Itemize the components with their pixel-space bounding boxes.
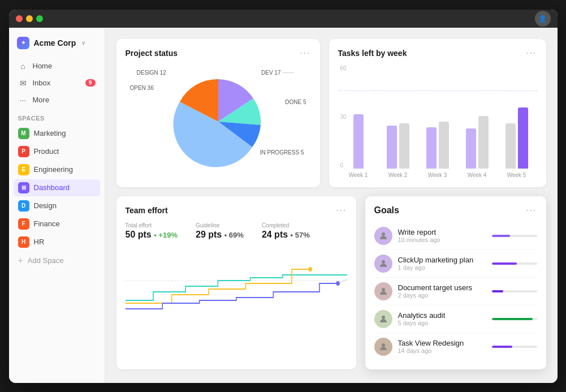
goal-item-analytics[interactable]: Analytics audit 5 days ago: [374, 305, 537, 333]
top-row: Project status ···: [116, 39, 546, 187]
sidebar: ✦ Acme Corp ∨ ⌂ Home ✉ Inbox 9 ··· More: [9, 28, 105, 383]
tasks-left-menu[interactable]: ···: [526, 48, 537, 58]
engineering-dot: E: [18, 164, 29, 175]
project-status-menu[interactable]: ···: [300, 48, 310, 58]
app-window: 👤 ✦ Acme Corp ∨ ⌂ Home ✉ Inbox 9: [9, 10, 558, 383]
goal-progress-document: [492, 290, 537, 292]
sidebar-item-home[interactable]: ⌂ Home: [14, 58, 100, 74]
pie-chart: [162, 65, 275, 178]
pie-chart-container: DEV 17 DONE 5 IN PROGRESS 5 OPEN 36 DESI…: [126, 65, 311, 178]
sidebar-item-product[interactable]: P Product: [14, 143, 100, 160]
svg-point-7: [382, 316, 385, 319]
goal-time-analytics: 5 days ago: [398, 320, 486, 326]
goal-name-document: Document target users: [398, 283, 486, 292]
total-effort-label: Total effort: [126, 222, 178, 229]
goal-time-taskview: 14 days ago: [398, 347, 486, 354]
goal-item-document-users[interactable]: Document target users 2 days ago: [374, 278, 537, 305]
total-effort-change: • +19%: [154, 231, 178, 239]
guideline-label: Guideline: [196, 222, 244, 229]
pie-label-design: DESIGN 12: [137, 70, 166, 76]
goal-progress-fill-write-report: [492, 235, 510, 237]
tasks-left-title: Tasks left by week: [338, 49, 407, 58]
hr-dot: H: [18, 236, 29, 248]
goal-item-clickup-marketing[interactable]: ClickUp marketing plan 1 day ago: [374, 250, 537, 278]
goal-avatar-write-report: [374, 227, 392, 245]
marketing-dot: M: [18, 128, 29, 139]
maximize-button[interactable]: [36, 15, 43, 22]
stat-total-effort: Total effort 50 pts • +19%: [126, 222, 178, 240]
bar-week2-b: [399, 123, 409, 169]
sidebar-item-hr[interactable]: H HR: [14, 234, 100, 251]
more-icon: ···: [18, 96, 28, 105]
goal-time-write-report: 10 minutes ago: [398, 236, 486, 243]
goal-info-write-report: Write report 10 minutes ago: [398, 228, 486, 243]
brand-chevron-icon: ∨: [81, 40, 85, 46]
bar-chart-inner: 60 30 0: [338, 65, 537, 169]
sidebar-item-finance[interactable]: F Finance: [14, 216, 100, 232]
goals-title: Goals: [374, 205, 399, 216]
goal-item-task-view[interactable]: Task View Redesign 14 days ago: [374, 333, 537, 360]
pie-label-dev: DEV 17: [261, 70, 293, 76]
bottom-row: Team effort ··· Total effort 50 pts • +1…: [116, 196, 546, 369]
brand-button[interactable]: ✦ Acme Corp ∨: [9, 35, 105, 58]
finance-dot: F: [18, 218, 29, 230]
goal-name-analytics: Analytics audit: [398, 311, 486, 320]
add-space-button[interactable]: + Add Space: [14, 253, 100, 269]
sidebar-item-marketing[interactable]: M Marketing: [14, 125, 100, 142]
pie-label-done: DONE 5: [285, 99, 306, 105]
sidebar-item-more[interactable]: ··· More: [14, 92, 100, 108]
guideline-pts: 29 pts: [196, 230, 222, 239]
bar-x-labels: Week 1 Week 2 Week 3 Week 4 Week 5: [338, 169, 537, 178]
dashed-reference-line: [338, 91, 537, 91]
svg-point-5: [382, 260, 385, 264]
week4-label: Week 4: [463, 172, 492, 178]
sidebar-item-dashboard[interactable]: ⊞ Dashboard: [14, 179, 100, 196]
bar-week3-a: [426, 127, 437, 169]
bar-week4-a: [466, 128, 476, 169]
completed-pts: 24 pts: [262, 230, 288, 239]
bar-week5-b: [518, 107, 528, 169]
bar-week4-b: [478, 116, 489, 169]
guideline-value: 29 pts • 69%: [196, 230, 244, 240]
line-chart-container: [126, 247, 347, 315]
goal-item-write-report[interactable]: Write report 10 minutes ago: [374, 222, 537, 250]
sidebar-item-design[interactable]: D Design: [14, 197, 100, 214]
sidebar-item-engineering[interactable]: E Engineering: [14, 161, 100, 178]
tasks-left-header: Tasks left by week ···: [338, 48, 537, 58]
goals-menu[interactable]: ···: [526, 205, 537, 216]
goal-info-analytics: Analytics audit 5 days ago: [398, 311, 486, 326]
minimize-button[interactable]: [26, 15, 33, 22]
pie-label-in-progress: IN PROGRESS 5: [260, 149, 304, 156]
design-label: Design: [34, 201, 57, 210]
spaces-label: Spaces: [9, 108, 105, 125]
main-content: Project status ···: [105, 28, 558, 383]
inbox-badge: 9: [85, 79, 96, 87]
stat-guideline: Guideline 29 pts • 69%: [196, 222, 244, 240]
project-status-header: Project status ···: [126, 48, 311, 58]
goal-progress-fill-document: [492, 290, 503, 292]
goal-time-clickup: 1 day ago: [398, 264, 486, 271]
total-effort-pts: 50 pts: [126, 230, 152, 239]
svg-point-2: [308, 267, 312, 272]
team-effort-menu[interactable]: ···: [336, 205, 347, 216]
close-button[interactable]: [16, 15, 23, 22]
svg-point-6: [382, 288, 385, 291]
title-bar: 👤: [9, 10, 558, 28]
main-area: ✦ Acme Corp ∨ ⌂ Home ✉ Inbox 9 ··· More: [9, 28, 558, 383]
y-label-0: 0: [340, 162, 347, 169]
finance-label: Finance: [34, 219, 60, 228]
week3-label: Week 3: [423, 172, 452, 178]
svg-point-4: [382, 232, 385, 236]
team-effort-card: Team effort ··· Total effort 50 pts • +1…: [116, 196, 356, 369]
goal-info-taskview: Task View Redesign 14 days ago: [398, 339, 486, 354]
project-status-title: Project status: [126, 49, 178, 58]
bar-group-week2: [383, 123, 413, 169]
user-avatar[interactable]: 👤: [535, 11, 551, 27]
product-label: Product: [34, 147, 59, 156]
goal-info-document: Document target users 2 days ago: [398, 283, 486, 299]
effort-stats: Total effort 50 pts • +19% Guideline 29 …: [126, 222, 347, 240]
sidebar-item-inbox[interactable]: ✉ Inbox 9: [14, 75, 100, 91]
goal-progress-fill-clickup: [492, 262, 517, 265]
goal-info-clickup: ClickUp marketing plan 1 day ago: [398, 256, 486, 271]
line-chart-svg: [126, 247, 347, 315]
